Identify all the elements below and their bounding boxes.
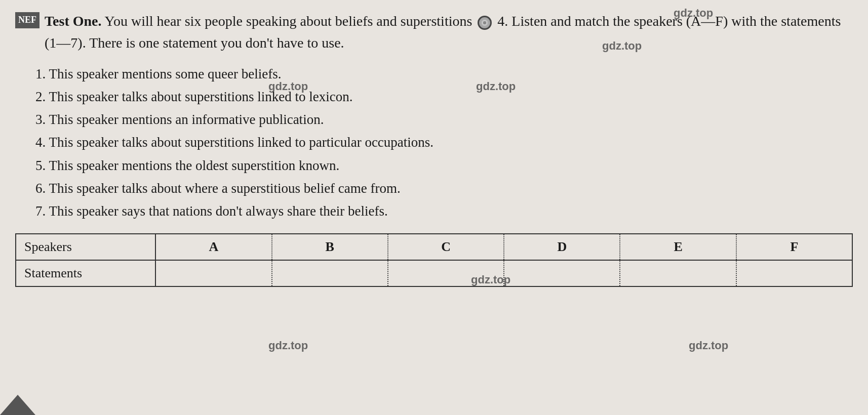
col-a-header: A (156, 234, 272, 260)
cd-icon (478, 16, 492, 30)
statement-text-4: This speaker talks about superstitions l… (49, 135, 434, 150)
statement-number-2: 2. (35, 89, 49, 104)
speakers-table: Speakers A B C D E F Statements (15, 233, 853, 287)
statement-item-3: 3. This speaker mentions an informative … (35, 109, 853, 131)
cell-c[interactable] (388, 261, 504, 286)
statement-item-7: 7. This speaker says that nations don't … (35, 200, 853, 222)
cell-b[interactable] (272, 261, 388, 286)
header-intro: You will hear six people speaking about … (105, 13, 472, 29)
statement-item-2: 2. This speaker talks about superstition… (35, 86, 853, 108)
col-e-header: E (620, 234, 736, 260)
statement-number-4: 4. (35, 135, 49, 150)
statement-number-6: 6. (35, 181, 49, 196)
statement-item-1: 1. This speaker mentions some queer beli… (35, 63, 853, 85)
cell-d[interactable] (504, 261, 620, 286)
statement-number-3: 3. (35, 112, 49, 127)
statement-text-7: This speaker says that nations don't alw… (49, 203, 388, 219)
table-data-row: Statements (16, 261, 852, 286)
statement-item-5: 5. This speaker mentions the oldest supe… (35, 155, 853, 177)
statement-number-5: 5. (35, 158, 49, 173)
watermark-7: gdz.top (689, 339, 728, 352)
page-container: gdz.top gdz.top gdz.top gdz.top gdz.top … (0, 0, 868, 415)
statement-item-4: 4. This speaker talks about superstition… (35, 132, 853, 153)
statement-text-1: This speaker mentions some queer beliefs… (49, 66, 282, 81)
statement-text-3: This speaker mentions an informative pub… (49, 112, 324, 127)
statement-number-1: 1. (35, 66, 49, 81)
cell-f[interactable] (737, 261, 852, 286)
cell-a[interactable] (156, 261, 272, 286)
header-text: Test One. You will hear six people speak… (45, 10, 853, 54)
col-d-header: D (504, 234, 620, 260)
test-title: Test One. (45, 13, 102, 29)
col-c-header: C (388, 234, 504, 260)
header-section: NEF Test One. You will hear six people s… (15, 10, 853, 54)
col-f-header: F (737, 234, 852, 260)
col-b-header: B (272, 234, 388, 260)
statement-text-5: This speaker mentions the oldest superst… (49, 158, 340, 173)
statement-number-7: 7. (35, 203, 49, 219)
statement-item-6: 6. This speaker talks about where a supe… (35, 178, 853, 199)
speakers-label: Speakers (16, 234, 156, 260)
statements-list: 1. This speaker mentions some queer beli… (35, 63, 853, 222)
bottom-arrow-icon (0, 395, 35, 415)
table-header-row: Speakers A B C D E F (16, 234, 852, 261)
statement-text-2: This speaker talks about superstitions l… (49, 89, 353, 104)
cell-e[interactable] (620, 261, 736, 286)
statements-label: Statements (16, 261, 156, 286)
nef-badge: NEF (15, 12, 40, 28)
watermark-6: gdz.top (268, 339, 308, 352)
statement-text-6: This speaker talks about where a superst… (49, 181, 401, 196)
